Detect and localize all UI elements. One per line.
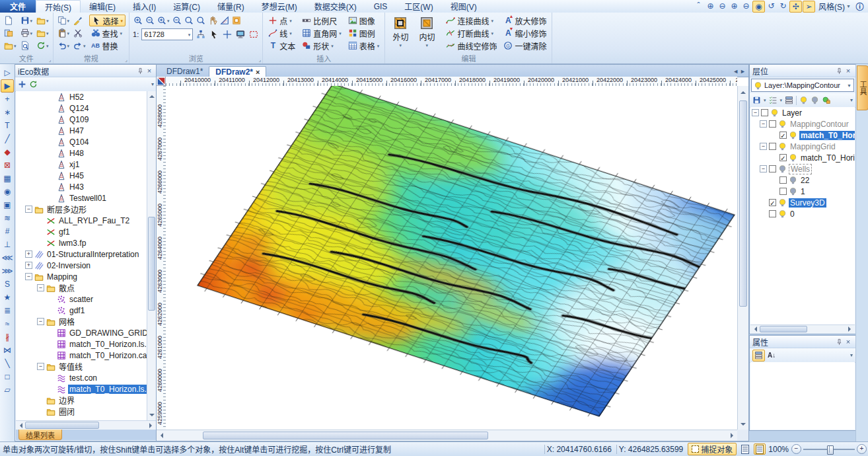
tool-strip-icon[interactable]: ⋘ [1,251,14,264]
data-tree-item[interactable]: xj1 [16,159,156,170]
tool-strip-icon[interactable]: ╱ [1,132,14,145]
layer-tree-item[interactable]: − Layer [750,107,855,118]
tool-strip-icon[interactable]: ╲ [1,357,14,370]
results-list-tab[interactable]: 结果列表 [18,430,62,440]
layer-bulb-icon[interactable] [778,120,787,128]
tool-strip-icon[interactable]: ▣ [1,198,14,211]
connect-curve-button[interactable]: 连接曲线▾ [444,15,499,26]
data-tree-item[interactable]: gdf1 [16,305,156,316]
tool-strip-icon[interactable]: ▦ [1,172,14,185]
zoom-window-button[interactable] [172,15,182,26]
pick-object-button[interactable] [209,28,219,40]
data-tree-item[interactable]: H45 [16,170,156,181]
shrink-decor-button[interactable]: A▼缩小修饰 [501,27,548,39]
scrollbar-thumb[interactable] [739,100,747,307]
lock-bulb-icon[interactable] [822,96,830,104]
tree-expander[interactable]: − [752,109,759,116]
cut-button[interactable] [73,27,87,39]
layer-visibility-checkbox[interactable] [769,143,776,150]
data-tree-item[interactable]: H47 [16,125,156,136]
zoom-slider-track[interactable] [803,445,855,454]
tool-strip-icon[interactable]: ≋ [1,211,14,225]
tool-strip-icon[interactable]: ▷ [1,66,14,79]
layer-visibility-checkbox[interactable] [779,176,787,184]
insert-text-button[interactable]: T文本 [266,40,297,52]
data-tree-item[interactable]: ALL_RYLP_Fau_T2 [16,215,156,226]
refresh-data-icon[interactable] [29,80,38,89]
data-tree-item[interactable]: Q109 [16,114,156,125]
tool-strip-icon[interactable]: ▱ [1,383,14,397]
tree-expander[interactable]: − [37,318,44,325]
hide-all-bulb-icon[interactable] [811,96,819,104]
tool-strip-icon[interactable]: # [1,225,14,238]
undo-button[interactable]: ▾ [57,40,71,52]
layer-visibility-checkbox[interactable] [769,199,776,206]
layer-bulb-icon[interactable] [789,187,797,196]
layer-tree-item[interactable]: 22 [750,174,855,186]
data-tree-item[interactable]: scatter [16,293,156,305]
layer-bulb-icon[interactable] [789,131,797,139]
import-button[interactable]: ▾ [36,15,50,26]
layer-tree-item[interactable]: 0 [750,208,855,219]
menu-item[interactable]: 储量(R) [209,0,253,13]
measure-button[interactable] [219,15,230,26]
open-folder-button[interactable]: ▾ [3,40,17,52]
data-tree-item[interactable]: Q104 [16,136,156,147]
canvas-vscrollbar[interactable] [737,86,748,431]
zoom-in-control[interactable]: + [857,444,867,454]
data-tree-item[interactable]: − 网格 [16,316,156,327]
replace-button[interactable]: AB替换 [89,40,126,52]
tool-strip-icon[interactable]: ⋙ [1,264,14,278]
marquee-button[interactable] [248,28,259,40]
data-tree-item[interactable]: H48 [16,147,156,159]
decorate-curve-button[interactable]: 曲线空修饰 [444,40,499,52]
layer-visibility-checkbox[interactable] [779,188,787,195]
new-document-button[interactable] [3,15,17,26]
scrollbar-thumb[interactable] [148,217,155,311]
print-button[interactable]: ▾ [20,27,34,39]
tool-strip-icon[interactable]: ⋈ [1,344,14,357]
toolbar-overflow-icon[interactable]: ▾ [151,81,154,87]
find-button[interactable]: 查找▾ [89,27,126,39]
data-tree-item[interactable]: gf1 [16,226,156,237]
insert-scalebar-button[interactable]: 比例尺 [300,15,344,26]
region-select-button[interactable] [231,15,242,26]
crosshair-button[interactable] [222,28,233,40]
layer-bulb-icon[interactable] [778,142,787,151]
menu-quick-icon[interactable]: ⊕ [705,1,716,11]
menu-quick-icon[interactable]: ↻ [778,1,789,11]
file-menu-button[interactable]: 文件 [0,0,36,13]
menu-item[interactable]: 运算(C) [164,0,209,13]
dialog-launcher-icon[interactable]: ⌟ [49,57,52,63]
data-tree-item[interactable]: − Mapping [16,271,156,282]
categorized-view-icon[interactable] [752,350,765,361]
data-tree-item[interactable]: test.con [16,372,156,383]
layer-visibility-checkbox[interactable] [761,109,768,116]
page-view-icon[interactable] [739,443,751,455]
zoom-extent-button[interactable]: ▾ [157,15,170,26]
info-icon[interactable]: ⓘ [854,1,865,12]
menu-quick-icon[interactable]: ↺ [766,1,777,11]
menu-item[interactable]: GIS [365,0,396,13]
data-tree-vscrollbar[interactable] [147,91,156,420]
data-tree-item[interactable]: + 02-Inversion [16,260,156,271]
data-tree-item[interactable]: GD_DRAWING_GRID [16,327,156,338]
menu-quick-icon[interactable]: ˆ [693,1,704,11]
layer-bulb-icon[interactable] [778,209,787,218]
map-viewport[interactable] [166,86,739,431]
close-icon[interactable]: × [844,66,853,75]
layer-visibility-checkbox[interactable] [769,165,776,172]
tree-expander[interactable]: − [760,143,767,150]
menu-quick-icon[interactable]: ⊕ [729,1,740,11]
insert-table-button[interactable]: 表格▾ [346,40,382,52]
insert-point-button[interactable]: 点▾ [266,15,297,26]
export-button[interactable]: ▾ [36,27,50,39]
data-tree-item[interactable]: − 散点 [16,282,156,293]
data-tree-item[interactable]: lwm3.fp [16,237,156,248]
menu-quick-icon[interactable]: ✣ [789,1,802,13]
outer-clip-button[interactable]: 外切▾ [388,15,412,54]
tool-strip-icon[interactable]: ⊠ [1,159,14,172]
dialog-launcher-icon[interactable]: ⌟ [259,57,262,63]
menu-item[interactable]: 视图(V) [442,0,486,13]
menu-quick-icon[interactable]: ⊖ [717,1,728,11]
